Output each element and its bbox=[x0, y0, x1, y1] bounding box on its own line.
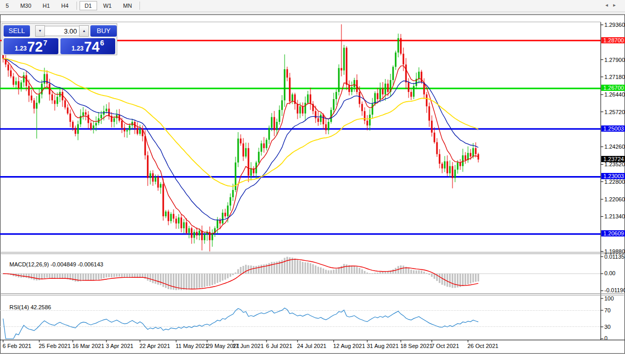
volume-decrease-button[interactable]: ▼ bbox=[35, 25, 45, 37]
date-axis-label: 6 Jul 2021 bbox=[266, 343, 292, 349]
panel-separator[interactable] bbox=[0, 252, 624, 252]
date-axis-label: 16 Mar 2021 bbox=[72, 343, 104, 349]
date-axis-label: 11 May 2021 bbox=[176, 343, 208, 349]
date-axis-label: 26 Oct 2021 bbox=[467, 343, 498, 349]
date-axis-label: 12 Aug 2021 bbox=[333, 343, 365, 349]
tab-scroll-right-icon[interactable]: ▸ bbox=[613, 2, 621, 8]
panel-separator bbox=[0, 254, 624, 254]
price-axis-tick: 1.22800 bbox=[604, 179, 625, 185]
price-axis-tick: 1.27900 bbox=[604, 57, 625, 63]
macd-axis-tick: 0.00 bbox=[604, 270, 615, 276]
date-axis-label: 17 Jun 2021 bbox=[232, 343, 264, 349]
rsi-label: RSI(14) 42.2586 bbox=[3, 298, 51, 316]
tab-scroll-arrows: ◂▸ bbox=[605, 2, 621, 8]
price-axis-tick: 1.24260 bbox=[604, 144, 625, 150]
buy-price-big: 74 bbox=[84, 40, 100, 54]
macd-label: MACD(12,26,9) -0.004849 -0.006143 bbox=[3, 255, 103, 274]
volume-input[interactable] bbox=[45, 26, 79, 36]
date-axis-label: 18 Sep 2021 bbox=[400, 343, 432, 349]
volume-increase-button[interactable]: ▲ bbox=[79, 25, 89, 37]
price-axis-tick: 1.21340 bbox=[604, 213, 625, 219]
price-axis-tick: 1.25720 bbox=[604, 109, 625, 115]
current-price-tag: 1.23724 bbox=[601, 156, 625, 162]
sell-price-big: 72 bbox=[27, 40, 43, 54]
mt4-workspace: 5M30H1H4D1W1MN ▲ USDCAD,Daily 1.23553 1.… bbox=[0, 0, 625, 364]
level-price-tag: 1.25003 bbox=[601, 125, 625, 132]
date-axis-label: 7 Oct 2021 bbox=[431, 343, 459, 349]
sell-price-box[interactable]: 1.23 72 7 bbox=[4, 38, 58, 54]
panel-separator[interactable] bbox=[0, 293, 624, 294]
rsi-axis-tick: 100 bbox=[604, 295, 614, 302]
level-price-tag: 1.20609 bbox=[601, 230, 625, 236]
date-axis-label: 25 Feb 2021 bbox=[39, 343, 71, 349]
rsi-axis-tick: 30 bbox=[604, 324, 611, 330]
tab-scroll-left-icon[interactable]: ◂ bbox=[605, 2, 613, 8]
level-price-tag: 1.28700 bbox=[601, 37, 625, 43]
sell-price-sup: 7 bbox=[43, 39, 48, 47]
level-price-tag: 1.26700 bbox=[601, 85, 625, 91]
buy-price-box[interactable]: 1.23 74 6 bbox=[60, 38, 115, 54]
price-axis-tick: 1.29360 bbox=[604, 22, 625, 28]
sell-price-small: 1.23 bbox=[14, 45, 26, 52]
buy-button[interactable]: BUY bbox=[90, 25, 117, 37]
rsi-axis-tick: 0 bbox=[604, 335, 607, 341]
rsi-axis-tick: 70 bbox=[604, 307, 611, 313]
panel-separator bbox=[0, 295, 624, 295]
sell-button[interactable]: SELL bbox=[4, 25, 30, 37]
trade-panel-top-row: SELL ▼ ▲ BUY bbox=[2, 24, 117, 38]
price-axis-tick: 1.22060 bbox=[604, 196, 625, 202]
one-click-trading-panel: SELL ▼ ▲ BUY 1.23 72 7 1.23 74 6 bbox=[2, 23, 117, 55]
macd-axis-tick: 0.01135 bbox=[604, 254, 624, 260]
level-price-tag: 1.23003 bbox=[601, 173, 625, 179]
date-axis-label: 3 Apr 2021 bbox=[106, 343, 133, 349]
macd-axis-tick: -0.011904 bbox=[604, 287, 625, 293]
date-axis-label: 6 Feb 2021 bbox=[3, 343, 32, 349]
buy-price-small: 1.23 bbox=[71, 45, 83, 52]
price-axis-tick: 1.26440 bbox=[604, 91, 625, 98]
buy-price-sup: 6 bbox=[100, 39, 104, 47]
date-axis-label: 31 Aug 2021 bbox=[367, 343, 399, 349]
price-axis-tick: 1.23520 bbox=[604, 161, 625, 167]
date-axis-label: 22 Apr 2021 bbox=[139, 343, 170, 349]
date-axis-label: 24 Jul 2021 bbox=[297, 343, 326, 349]
price-axis-tick: 1.27180 bbox=[604, 74, 625, 80]
